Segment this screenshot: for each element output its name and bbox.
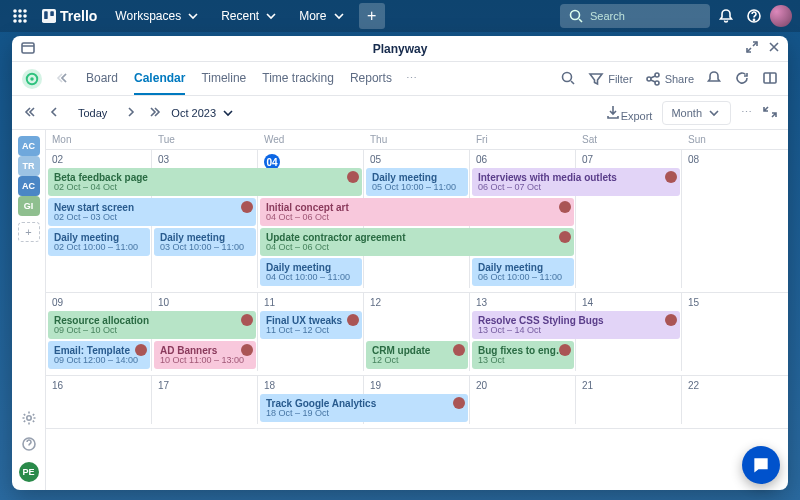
event-subtitle: 06 Oct 10:00 – 11:00 xyxy=(478,273,568,283)
board-chip[interactable]: AC xyxy=(18,136,40,156)
help-icon[interactable] xyxy=(742,4,766,28)
menu-more[interactable]: More xyxy=(291,4,354,28)
next-fast-icon[interactable] xyxy=(147,104,163,122)
calendar-event[interactable]: Resource allocation09 Oct – 10 Oct xyxy=(48,311,256,339)
settings-icon[interactable] xyxy=(21,410,37,428)
calendar-event[interactable]: Email: Template09 Oct 12:00 – 14:00 xyxy=(48,341,150,369)
today-button[interactable]: Today xyxy=(70,104,115,122)
calendar-event[interactable]: Initial concept art04 Oct – 06 Oct xyxy=(260,198,574,226)
calendar-grid[interactable]: MonTueWedThuFriSatSun 02030405060708Beta… xyxy=(46,130,788,490)
day-cell[interactable]: 02 xyxy=(46,150,152,168)
event-avatar xyxy=(241,344,253,356)
period-label[interactable]: Oct 2023 xyxy=(171,105,236,121)
day-cell[interactable]: 12 xyxy=(364,293,470,311)
day-cell[interactable]: 17 xyxy=(152,376,258,394)
sidebar-user-avatar[interactable]: PE xyxy=(19,462,39,482)
board-chip[interactable]: TR xyxy=(18,156,40,176)
layout-icon[interactable] xyxy=(762,70,778,88)
tab-reports[interactable]: Reports xyxy=(350,63,392,95)
add-board-button[interactable]: + xyxy=(18,222,40,242)
day-cell[interactable]: 06 xyxy=(470,150,576,168)
filter-button[interactable]: Filter xyxy=(588,71,632,87)
day-cell[interactable]: 04 xyxy=(258,150,364,168)
day-cell[interactable]: 16 xyxy=(46,376,152,394)
event-subtitle: 02 Oct – 04 Oct xyxy=(54,183,356,193)
event-subtitle: 04 Oct – 06 Oct xyxy=(266,243,568,253)
collapse-panel-icon[interactable] xyxy=(762,104,778,122)
day-cell[interactable]: 21 xyxy=(576,376,682,394)
next-icon[interactable] xyxy=(123,104,139,122)
event-avatar xyxy=(453,397,465,409)
day-cell[interactable]: 18 xyxy=(258,376,364,394)
collapse-icon[interactable] xyxy=(56,70,72,88)
calendar-event[interactable]: Interviews with media outlets06 Oct – 07… xyxy=(472,168,680,196)
day-cell[interactable]: 09 xyxy=(46,293,152,311)
event-avatar xyxy=(347,171,359,183)
panel-dock-icon[interactable] xyxy=(20,40,36,59)
day-cell[interactable]: 19 xyxy=(364,376,470,394)
tabs-row: BoardCalendarTimelineTime trackingReport… xyxy=(12,62,788,96)
day-cell[interactable]: 13 xyxy=(470,293,576,311)
day-cell[interactable]: 22 xyxy=(682,376,788,394)
menu-recent[interactable]: Recent xyxy=(213,4,287,28)
calendar-event[interactable]: Daily meeting05 Oct 10:00 – 11:00 xyxy=(366,168,468,196)
export-button[interactable]: Export xyxy=(605,104,653,122)
calendar-event[interactable]: CRM update12 Oct xyxy=(366,341,468,369)
calendar-event[interactable]: Beta feedback page02 Oct – 04 Oct xyxy=(48,168,362,196)
day-cell[interactable]: 05 xyxy=(364,150,470,168)
day-cell[interactable]: 14 xyxy=(576,293,682,311)
calendar-event[interactable]: Daily meeting03 Oct 10:00 – 11:00 xyxy=(154,228,256,256)
notifications-icon[interactable] xyxy=(714,4,738,28)
intercom-fab[interactable] xyxy=(742,446,780,484)
tab-search-icon[interactable] xyxy=(560,70,576,88)
calendar-event[interactable]: Track Google Analytics18 Oct – 19 Oct xyxy=(260,394,468,422)
board-chip[interactable]: GI xyxy=(18,196,40,216)
svg-point-6 xyxy=(14,20,16,22)
tab-timeline[interactable]: Timeline xyxy=(201,63,246,95)
expand-icon[interactable] xyxy=(744,39,760,58)
day-cell[interactable]: 03 xyxy=(152,150,258,168)
svg-point-4 xyxy=(19,15,21,17)
event-title: Resource allocation xyxy=(54,315,250,326)
prev-fast-icon[interactable] xyxy=(22,104,38,122)
day-cell[interactable]: 08 xyxy=(682,150,788,168)
calendar-event[interactable]: Daily meeting06 Oct 10:00 – 11:00 xyxy=(472,258,574,286)
menu-workspaces[interactable]: Workspaces xyxy=(107,4,209,28)
tab-calendar[interactable]: Calendar xyxy=(134,63,185,95)
event-title: New start screen xyxy=(54,202,250,213)
user-avatar[interactable] xyxy=(770,5,792,27)
planyway-logo[interactable] xyxy=(22,69,42,89)
refresh-icon[interactable] xyxy=(734,70,750,88)
toolbar-more-icon[interactable]: ⋯ xyxy=(741,106,752,119)
apps-icon[interactable] xyxy=(8,4,32,28)
calendar-event[interactable]: Daily meeting02 Oct 10:00 – 11:00 xyxy=(48,228,150,256)
sidebar-help-icon[interactable] xyxy=(21,436,37,454)
day-cell[interactable]: 11 xyxy=(258,293,364,311)
prev-icon[interactable] xyxy=(46,104,62,122)
day-cell[interactable]: 15 xyxy=(682,293,788,311)
calendar-event[interactable]: AD Banners10 Oct 11:00 – 13:00 xyxy=(154,341,256,369)
calendar-event[interactable]: Resolve CSS Styling Bugs13 Oct – 14 Oct xyxy=(472,311,680,339)
bell-icon[interactable] xyxy=(706,70,722,88)
event-subtitle: 06 Oct – 07 Oct xyxy=(478,183,674,193)
create-button[interactable]: + xyxy=(359,3,385,29)
share-button[interactable]: Share xyxy=(645,71,694,87)
close-icon[interactable] xyxy=(766,39,782,58)
calendar-event[interactable]: Final UX tweaks11 Oct – 12 Oct xyxy=(260,311,362,339)
day-cell[interactable]: 20 xyxy=(470,376,576,394)
more-tabs-icon[interactable]: ⋯ xyxy=(406,72,417,85)
calendar-event[interactable]: New start screen02 Oct – 03 Oct xyxy=(48,198,256,226)
calendar-event[interactable]: Update contractor agreement04 Oct – 06 O… xyxy=(260,228,574,256)
day-cell[interactable]: 07 xyxy=(576,150,682,168)
trello-logo[interactable]: Trello xyxy=(36,8,103,24)
board-chip[interactable]: AC xyxy=(18,176,40,196)
calendar-event[interactable]: Bug fixes to engine13 Oct xyxy=(472,341,574,369)
tab-time-tracking[interactable]: Time tracking xyxy=(262,63,334,95)
calendar-event[interactable]: Daily meeting04 Oct 10:00 – 11:00 xyxy=(260,258,362,286)
tab-board[interactable]: Board xyxy=(86,63,118,95)
event-title: CRM update xyxy=(372,345,462,356)
trello-logo-text: Trello xyxy=(60,8,97,24)
day-cell[interactable]: 10 xyxy=(152,293,258,311)
view-select[interactable]: Month xyxy=(662,101,731,125)
search-input[interactable]: Search xyxy=(560,4,710,28)
